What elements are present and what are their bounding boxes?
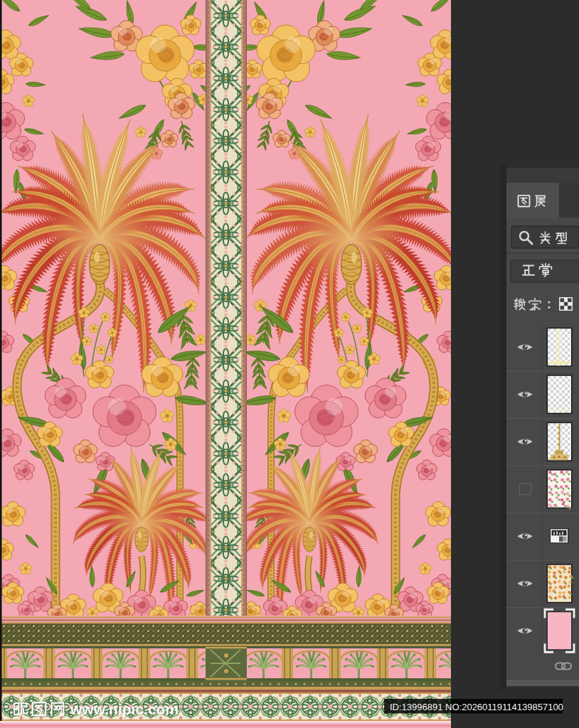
svg-text:www.nipic.com: www.nipic.com (70, 701, 179, 717)
svg-text:ID:13996891 NO:202601191141398: ID:13996891 NO:20260119114139857100 (390, 702, 563, 712)
